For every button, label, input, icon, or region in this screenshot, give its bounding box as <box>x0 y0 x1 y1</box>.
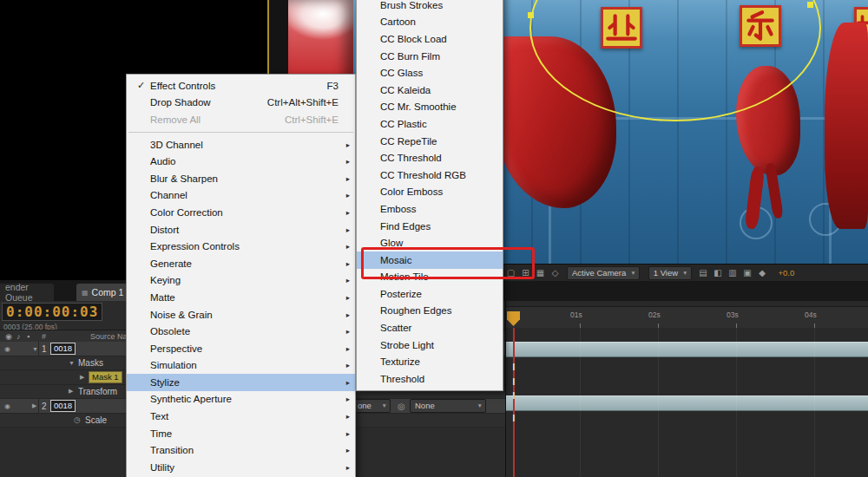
layer-index: 2 <box>42 401 47 410</box>
view-layout-select[interactable]: 1 View ▼ <box>648 266 692 280</box>
menu-item-expression-controls[interactable]: Expression Controls▸ <box>127 238 355 255</box>
submenu-item-cc-block-load[interactable]: CC Block Load <box>357 30 503 48</box>
timeline-gridline <box>814 328 815 477</box>
submenu-item-color-emboss[interactable]: Color Emboss <box>357 184 503 201</box>
fast-previews-icon[interactable]: ◆ <box>755 265 770 280</box>
camera-select[interactable]: Active Camera ▼ <box>567 266 640 280</box>
ruler-tick-label: 04s <box>805 310 817 319</box>
submenu-arrow-icon: ▸ <box>339 293 350 302</box>
menu-item-drop-shadow[interactable]: Drop ShadowCtrl+Alt+Shift+E <box>127 95 355 112</box>
annotation-highlight-box <box>361 247 535 279</box>
submenu-item-cartoon[interactable]: Cartoon <box>357 14 503 31</box>
menu-item-label: Drop Shadow <box>150 97 211 108</box>
chevron-down-icon: ▼ <box>630 270 635 276</box>
keyframe-marker[interactable]: I <box>509 363 519 372</box>
menu-item-remove-all[interactable]: Remove AllCtrl+Shift+E <box>127 111 355 128</box>
submenu-item-texturize[interactable]: Texturize <box>357 353 503 370</box>
pixel-aspect-icon[interactable]: ▣ <box>740 265 755 280</box>
current-time-indicator-head[interactable] <box>507 311 520 326</box>
menu-item-keying[interactable]: Keying▸ <box>127 272 355 290</box>
submenu-item-cc-kaleida[interactable]: CC Kaleida <box>357 82 503 99</box>
eye-column-icon: ◉ <box>5 332 12 341</box>
menu-item-audio[interactable]: Audio▸ <box>127 153 355 170</box>
submenu-item-cc-threshold[interactable]: CC Threshold <box>357 149 503 167</box>
menu-item-3d-channel[interactable]: 3D Channel▸ <box>127 136 355 154</box>
menu-item-label: Transition <box>150 445 194 455</box>
layer-name[interactable]: 0018 <box>50 343 76 355</box>
submenu-item-cc-burn-film[interactable]: CC Burn Film <box>357 48 503 65</box>
menu-item-effect-controls[interactable]: ✓Effect ControlsF3 <box>127 77 355 95</box>
menu-item-time[interactable]: Time▸ <box>127 425 355 442</box>
twirl-open-icon[interactable]: ▼ <box>32 345 38 351</box>
eye-icon[interactable]: ◉ <box>4 402 10 409</box>
menu-item-simulation[interactable]: Simulation▸ <box>127 357 355 375</box>
tab-render-queue[interactable]: ender Queue <box>0 284 54 301</box>
track-matte-value: one <box>358 401 372 410</box>
menu-item-perspective[interactable]: Perspective▸ <box>127 340 355 357</box>
eye-icon[interactable]: ◉ <box>4 344 10 352</box>
track-matte-select[interactable]: one ▼ <box>352 399 391 413</box>
menu-item-channel[interactable]: Channel▸ <box>127 187 355 205</box>
menu-item-blur-sharpen[interactable]: Blur & Sharpen▸ <box>127 170 355 187</box>
exposure-value[interactable]: +0.0 <box>779 268 795 278</box>
submenu-item-posterize[interactable]: Posterize <box>357 285 503 303</box>
keyframe-marker[interactable]: I <box>509 391 519 401</box>
mask-name[interactable]: Mask 1 <box>89 371 122 383</box>
current-time-indicator-line[interactable] <box>513 328 515 477</box>
twirl-open-icon[interactable]: ▼ <box>69 360 75 366</box>
view-options-icon[interactable]: ▤ <box>696 265 711 280</box>
submenu-item-cc-glass[interactable]: CC Glass <box>357 64 503 82</box>
submenu-arrow-icon: ▸ <box>339 242 350 251</box>
submenu-item-label: Emboss <box>380 204 417 214</box>
mask-vertex-handle[interactable] <box>807 2 813 8</box>
submenu-item-cc-threshold-rgb[interactable]: CC Threshold RGB <box>357 167 503 184</box>
submenu-item-cc-plastic[interactable]: CC Plastic <box>357 115 503 133</box>
resolution-icon[interactable]: ▥ <box>726 265 740 280</box>
keyframe-marker[interactable]: I <box>509 414 519 423</box>
parent-select[interactable]: None ▼ <box>410 399 486 413</box>
menu-item-generate[interactable]: Generate▸ <box>127 255 355 272</box>
submenu-item-roughen-edges[interactable]: Roughen Edges <box>357 303 503 320</box>
current-timecode[interactable]: 0:00:00:03 <box>2 303 102 321</box>
submenu-item-cc-mr-smoothie[interactable]: CC Mr. Smoothie <box>357 99 503 116</box>
keyframe-marker[interactable]: I <box>509 377 519 387</box>
menu-item-synthetic-aperture[interactable]: Synthetic Aperture▸ <box>127 391 355 408</box>
submenu-item-label: Find Edges <box>380 221 431 232</box>
transparency-grid-icon[interactable]: ▦ <box>533 265 548 280</box>
twirl-closed-icon[interactable]: ▶ <box>32 402 36 409</box>
menu-item-label: Simulation <box>150 360 197 370</box>
menu-item-distort[interactable]: Distort▸ <box>127 221 355 238</box>
submenu-arrow-icon: ▸ <box>339 191 350 199</box>
time-ruler[interactable]: 01s02s03s04s <box>506 306 868 330</box>
menu-item-label: Noise & Grain <box>150 310 213 320</box>
menu-item-label: Channel <box>150 190 187 200</box>
submenu-item-label: Threshold <box>380 374 424 384</box>
submenu-item-threshold[interactable]: Threshold <box>357 370 503 388</box>
submenu-item-find-edges[interactable]: Find Edges <box>357 218 503 235</box>
menu-item-color-correction[interactable]: Color Correction▸ <box>127 204 355 221</box>
submenu-item-scatter[interactable]: Scatter <box>357 319 503 337</box>
menu-shortcut: F3 <box>310 81 339 91</box>
submenu-item-label: CC Threshold <box>380 153 442 163</box>
submenu-item-cc-repetile[interactable]: CC RepeTile <box>357 133 503 150</box>
mask-visibility-icon[interactable]: ◇ <box>548 265 562 280</box>
layer-name[interactable]: 0018 <box>50 400 76 412</box>
submenu-item-label: CC Glass <box>380 68 423 78</box>
twirl-closed-icon[interactable]: ▶ <box>69 388 73 395</box>
menu-item-noise-grain[interactable]: Noise & Grain▸ <box>127 306 355 323</box>
submenu-item-strobe-light[interactable]: Strobe Light <box>357 337 503 354</box>
channels-icon[interactable]: ◧ <box>711 265 726 280</box>
twirl-closed-icon[interactable]: ▶ <box>80 374 84 381</box>
menu-item-utility[interactable]: Utility▸ <box>127 459 355 476</box>
mask-vertex-handle[interactable] <box>528 12 534 18</box>
menu-item-transition[interactable]: Transition▸ <box>127 441 355 459</box>
submenu-item-label: Texturize <box>380 356 420 367</box>
stopwatch-icon[interactable]: ◷ <box>74 415 81 424</box>
parent-pickwhip-icon[interactable]: ◎ <box>398 401 405 410</box>
menu-item-stylize[interactable]: Stylize▸ <box>127 374 355 391</box>
menu-item-matte[interactable]: Matte▸ <box>127 289 355 306</box>
submenu-item-emboss[interactable]: Emboss <box>357 200 503 218</box>
submenu-item-brush-strokes[interactable]: Brush Strokes <box>357 0 503 14</box>
menu-item-obsolete[interactable]: Obsolete▸ <box>127 323 355 340</box>
menu-item-text[interactable]: Text▸ <box>127 408 355 425</box>
